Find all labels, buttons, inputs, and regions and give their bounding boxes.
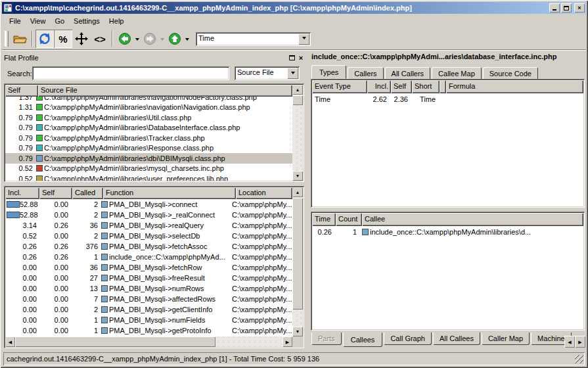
self-value: 0.79 xyxy=(5,114,35,122)
group-by-selector[interactable]: Source File xyxy=(235,66,300,80)
function-row[interactable]: 52.88 0.00 2 PMA_DBI_Mysqli->_realConnec… xyxy=(5,210,292,220)
source-file-row[interactable]: 0.79 C:\xampp\phpMyAdmin\libraries\dbi\D… xyxy=(5,153,292,164)
source-list-vscrollbar[interactable]: ▲ ▼ xyxy=(292,85,303,181)
scroll-up-button[interactable]: ▲ xyxy=(292,85,303,95)
dock-close-button[interactable]: × xyxy=(296,53,305,62)
scroll-down-button[interactable]: ▼ xyxy=(292,171,303,181)
source-file-row[interactable]: 0.79 C:\xampp\phpMyAdmin\libraries\Respo… xyxy=(5,143,292,154)
source-list-viewport: 1.37 C:\xampp\phpMyAdmin\libraries\navig… xyxy=(5,97,292,181)
detail-tab[interactable]: All Callers xyxy=(385,67,431,80)
incl-cell: 0.00 xyxy=(5,274,39,282)
tab-scroll-left-button[interactable]: ◀ xyxy=(564,336,575,348)
source-file-row[interactable]: 0.52 C:\xampp\phpMyAdmin\libraries\user_… xyxy=(5,173,292,181)
function-row[interactable]: 3.14 0.26 36 PMA_DBI_Mysqli->realQuery C… xyxy=(5,220,292,231)
group-by-dropdown-button[interactable] xyxy=(287,68,298,79)
function-row[interactable]: 0.00 0.00 27 PMA_DBI_Mysqli->freeResult … xyxy=(5,273,292,283)
forward-button[interactable] xyxy=(141,30,159,48)
column-header-self[interactable]: Self xyxy=(5,85,38,97)
detail-tab[interactable]: Callee Map xyxy=(432,67,482,80)
detail-bottom-tab[interactable]: Parts xyxy=(311,333,342,345)
callee-row[interactable]: 0.26 1 include_once::C:\xampp\phpMyAdmin… xyxy=(312,226,583,237)
function-row[interactable]: 0.00 0.00 13 PMA_DBI_Mysqli->numRows C:\… xyxy=(5,283,292,294)
column-header-formula[interactable]: Formula xyxy=(446,80,583,93)
column-header-called[interactable]: Called xyxy=(72,187,103,199)
relative-to-parent-button[interactable]: <> xyxy=(91,30,109,48)
relative-percent-button[interactable]: % xyxy=(54,30,72,48)
source-file-row[interactable]: 0.52 C:\xampp\phpMyAdmin\libraries\mysql… xyxy=(5,164,292,174)
function-row[interactable]: 0.26 0.26 376 PMA_DBI_Mysqli->fetchAssoc… xyxy=(5,241,292,252)
scrollbar-thumb[interactable] xyxy=(292,198,303,310)
scroll-down-button[interactable]: ▼ xyxy=(292,327,303,336)
function-row[interactable]: 0.00 0.00 2 PMA_DBI_Mysqli->getClientInf… xyxy=(5,304,292,315)
detail-bottom-tab[interactable]: Callees xyxy=(343,333,383,347)
up-dropdown[interactable] xyxy=(184,30,191,47)
scroll-right-button[interactable]: ▶ xyxy=(283,336,292,347)
function-row[interactable]: 0.52 0.00 2 PMA_DBI_Mysqli->selectDb C:\… xyxy=(5,231,292,241)
function-row[interactable]: 0.26 0.26 1 include_once::C:\xampp\phpMy… xyxy=(5,252,292,262)
function-list-hscrollbar[interactable]: ◀ ▶ xyxy=(5,336,292,347)
back-button[interactable] xyxy=(116,30,134,48)
column-header-self[interactable]: Self xyxy=(391,80,412,93)
menu-item[interactable]: View xyxy=(26,16,51,26)
source-file-row[interactable]: 1.37 C:\xampp\phpMyAdmin\libraries\navig… xyxy=(5,97,292,103)
column-header-blank[interactable] xyxy=(440,80,446,93)
menu-item[interactable]: Go xyxy=(50,16,69,26)
detail-bottom-tab[interactable]: Caller Map xyxy=(482,333,530,345)
menu-item[interactable]: File xyxy=(5,16,26,26)
toolbar-handle[interactable] xyxy=(5,31,9,47)
up-button[interactable] xyxy=(166,30,184,48)
maximize-button[interactable] xyxy=(561,3,572,12)
function-row[interactable]: 0.00 0.00 1 PMA_DBI_Mysqli->numFields C:… xyxy=(5,315,292,325)
minimize-button[interactable] xyxy=(549,3,560,12)
function-row[interactable]: 0.00 0.00 7 PMA_DBI_Mysqli->affectedRows… xyxy=(5,294,292,304)
column-header-incl[interactable]: Incl. xyxy=(367,80,391,93)
detail-tab[interactable]: Callers xyxy=(348,67,383,80)
source-file-row[interactable]: 0.79 C:\xampp\phpMyAdmin\libraries\Util.… xyxy=(5,112,292,123)
column-header-time[interactable]: Time xyxy=(312,213,336,226)
column-header-short[interactable]: Short xyxy=(412,80,440,93)
open-file-button[interactable] xyxy=(11,30,29,48)
detail-bottom-tab[interactable]: Call Graph xyxy=(384,333,432,345)
function-row[interactable]: 0.00 0.00 36 PMA_DBI_Mysqli->fetchRow C:… xyxy=(5,262,292,273)
scrollbar-thumb[interactable] xyxy=(292,95,303,105)
source-file-row[interactable]: 0.79 C:\xampp\phpMyAdmin\libraries\Track… xyxy=(5,133,292,143)
event-type-dropdown-button[interactable] xyxy=(298,34,309,45)
detail-bottom-tab[interactable]: All Callees xyxy=(433,333,480,345)
function-list-vscrollbar[interactable]: ▲ ▼ xyxy=(292,187,303,336)
event-type-selector[interactable]: Time xyxy=(196,32,311,46)
resize-grip[interactable] xyxy=(575,355,583,363)
column-header-count[interactable]: Count xyxy=(336,213,362,226)
dock-float-button[interactable] xyxy=(287,53,296,62)
column-header-source-file[interactable]: Source File xyxy=(38,85,292,97)
dock-titlebar[interactable]: Flat Profile × xyxy=(2,51,307,64)
column-header-incl[interactable]: Incl. xyxy=(5,187,39,199)
close-button[interactable]: × xyxy=(574,3,585,12)
column-header-event-type[interactable]: Event Type xyxy=(312,80,367,93)
column-header-self[interactable]: Self xyxy=(39,187,72,199)
function-row[interactable]: 0.00 0.00 1 PMA_DBI_Mysqli->getProtoInfo… xyxy=(5,325,292,336)
self-value: 2.36 xyxy=(390,95,411,103)
cycle-detection-button[interactable] xyxy=(35,30,54,48)
source-file-row[interactable]: 0.79 C:\xampp\phpMyAdmin\libraries\Datab… xyxy=(5,123,292,133)
back-dropdown[interactable] xyxy=(134,30,141,47)
window-titlebar[interactable]: C:\xampp\tmp\cachegrind.out.1416463299-C… xyxy=(2,2,586,14)
menu-item[interactable]: Help xyxy=(104,16,129,26)
scrollbar-thumb[interactable] xyxy=(15,336,215,347)
incl-cell: 0.52 xyxy=(5,232,39,240)
incl-cell: 0.00 xyxy=(5,306,39,313)
function-row[interactable]: 52.88 0.00 2 PMA_DBI_Mysqli->connect C:\… xyxy=(5,199,292,210)
detail-tab[interactable]: Types xyxy=(311,65,346,79)
scroll-up-button[interactable]: ▲ xyxy=(292,187,303,197)
forward-dropdown[interactable] xyxy=(159,30,166,47)
column-header-location[interactable]: Location xyxy=(236,187,292,199)
search-input[interactable] xyxy=(32,66,229,80)
source-file-row[interactable]: 1.31 C:\xampp\phpMyAdmin\libraries\navig… xyxy=(5,103,292,113)
expand-areas-button[interactable] xyxy=(72,30,91,48)
column-header-function[interactable]: Function xyxy=(103,187,236,199)
tab-scroll-right-button[interactable]: ▶ xyxy=(575,336,585,348)
detail-tab[interactable]: Source Code xyxy=(483,67,538,80)
scroll-left-button[interactable]: ◀ xyxy=(5,336,15,347)
event-type-row[interactable]: Time 2.62 2.36 Time xyxy=(312,93,583,104)
column-header-callee[interactable]: Callee xyxy=(362,213,583,226)
menu-item[interactable]: Settings xyxy=(69,16,104,26)
